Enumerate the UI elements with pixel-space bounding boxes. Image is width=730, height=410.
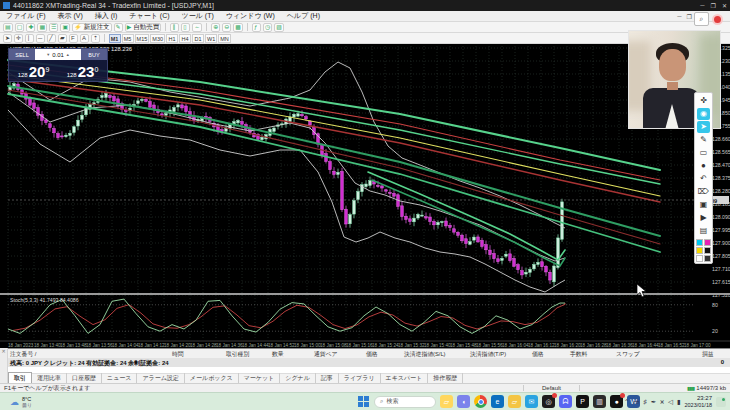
obs-icon[interactable]: ◎ [542,395,555,408]
palette-swatch-2[interactable] [696,247,703,254]
sell-button[interactable]: SELL [9,49,35,60]
tray-battery-icon[interactable]: ▮ [677,397,681,407]
tray-volume-icon[interactable]: ◁ [668,397,673,407]
menu-item-2[interactable]: 挿入 (I) [89,11,124,21]
navigator-button[interactable]: ☰ [49,23,58,32]
terminal-tab-取引[interactable]: 取引 [8,372,32,383]
terminal-tab-ライブラリ[interactable]: ライブラリ [339,373,381,383]
auto-arrange-button[interactable]: ▩ [233,23,243,32]
periods-button[interactable]: ◷ [263,23,272,32]
recorder-icon[interactable]: ● [610,395,623,408]
terminal-tab-操作履歴[interactable]: 操作履歴 [428,373,463,383]
timeframe-m1-button[interactable]: M1 [109,34,121,43]
timeframe-m5-button[interactable]: M5 [122,34,134,43]
child-minimize-button[interactable]: ─ [677,13,681,20]
terminal-tab-運用比率[interactable]: 運用比率 [32,373,67,383]
line-chart-mode-button[interactable]: ～ [192,23,202,32]
market-watch-button[interactable]: ✚ [26,23,35,32]
screenshot-icon[interactable]: ▣ [697,199,710,211]
maximize-button[interactable]: ❐ [711,2,716,9]
magnifier-icon[interactable]: ⌕ [694,12,709,26]
terminal-toggle-button[interactable]: ▣ [60,23,70,32]
menu-item-5[interactable]: ウィンドウ (W) [220,11,281,21]
timeframe-h4-button[interactable]: H4 [179,34,191,43]
edge-icon[interactable]: e [491,395,504,408]
palette-swatch-3[interactable] [704,247,711,254]
metaeditor-button[interactable]: ✎ [114,23,123,32]
data-window-button[interactable]: ▦ [37,23,47,32]
tray-mic-icon[interactable]: ♯ [644,397,647,407]
weather-widget[interactable]: ☁ 8°C 曇り [10,396,32,408]
menu-item-3[interactable]: チャート (C) [123,11,175,21]
notification-icon[interactable] [716,397,726,407]
close-button[interactable]: ✕ [722,2,727,9]
arrow-tool-button[interactable]: ⇡ [91,34,100,43]
pen-icon[interactable]: ✎ [697,134,710,146]
terminal-tab-エキスパート[interactable]: エキスパート [381,373,429,383]
dot-size-icon[interactable]: ● [697,160,710,172]
fibonacci-tool-button[interactable]: F [69,34,78,43]
templates-button[interactable]: ▨ [274,23,284,32]
palette-swatch-1[interactable] [704,239,711,246]
cursor-tool-button[interactable]: ➤ [3,34,12,43]
lot-increase-icon[interactable]: ▲ [66,52,70,57]
parallels-icon[interactable]: P [576,395,589,408]
record-dot-icon[interactable] [712,14,723,25]
hline-tool-button[interactable]: ─ [36,34,45,43]
tray-network-icon[interactable]: ⩙ [660,397,664,407]
channel-tool-button[interactable]: ▰ [58,34,67,43]
taskbar-clock[interactable]: 23:27 2023/01/18 [684,395,712,408]
file-explorer-icon[interactable]: ▱ [440,395,453,408]
tray-chevron-icon[interactable]: ⌃ [624,397,629,407]
palette-swatch-4[interactable] [696,255,703,262]
timeframe-m15-button[interactable]: M15 [135,34,150,43]
discord-icon[interactable]: ᗣ [559,395,572,408]
search-box[interactable]: ⌕ 検索 [374,396,436,408]
chart-canvas[interactable]: 129.325129.230129.135129.040128.945128.8… [0,44,730,348]
mt4-icon[interactable]: ▥ [593,395,606,408]
profiles-button[interactable]: ▢ [15,23,25,32]
trendline-tool-button[interactable]: ╱ [47,34,56,43]
record-icon[interactable]: ▶ [697,212,710,224]
terminal-tab-ニュース[interactable]: ニュース [102,373,137,383]
autotrading-button[interactable]: ▶自動売買 [125,23,162,32]
palette-swatch-0[interactable] [696,239,703,246]
bar-chart-mode-button[interactable]: ∥ [170,23,179,32]
timeframe-h1-button[interactable]: H1 [166,34,178,43]
child-restore-button[interactable]: ❐ [687,13,692,20]
lot-decrease-icon[interactable]: ▼ [46,52,50,57]
timeframe-d1-button[interactable]: D1 [192,34,204,43]
minimize-button[interactable]: ─ [700,2,704,9]
lot-size-input[interactable]: ▼ 0.01 ▲ [35,49,81,60]
new-chart-button[interactable]: ▤ [3,23,13,32]
cursor-select-icon[interactable]: ➤ [697,121,710,133]
undo-icon[interactable]: ↶ [697,173,710,185]
status-profile[interactable]: Default [523,385,580,391]
indicators-button[interactable]: ƒ [252,23,261,32]
eye-icon[interactable]: ◉ [697,108,710,120]
text-tool-button[interactable]: A [80,34,89,43]
chat-icon[interactable]: ◖ [457,395,470,408]
crosshair-tool-button[interactable]: ✛ [14,34,23,43]
menu-item-1[interactable]: 表示 (V) [52,11,89,21]
zoom-out-button[interactable]: ⊖ [222,23,231,32]
terminal-close-icon[interactable]: ✕ [0,348,7,354]
terminal-tab-アラーム設定[interactable]: アラーム設定 [137,373,184,383]
timeframe-mn-button[interactable]: MN [218,34,231,43]
terminal-tab-口座履歴[interactable]: 口座履歴 [67,373,102,383]
palette-swatch-5[interactable] [704,255,711,262]
terminal-tab-シグナル[interactable]: シグナル [280,373,316,383]
tray-pen-icon[interactable]: ✒ [651,397,656,407]
trash-icon[interactable]: ⌦ [697,186,710,198]
menu-item-4[interactable]: ツール (T) [176,11,220,21]
buy-button[interactable]: BUY [81,49,107,60]
mail-icon[interactable]: ✉ [525,395,538,408]
folder-icon[interactable]: ▱ [508,395,521,408]
terminal-tab-マーケット[interactable]: マーケット [239,373,281,383]
chrome-icon[interactable] [474,395,487,408]
terminal-tab-記事[interactable]: 記事 [316,373,339,383]
pin-icon[interactable]: ✜ [697,95,710,107]
vline-tool-button[interactable]: ∣ [25,34,34,43]
tray-display-icon[interactable]: ▭ [633,397,639,407]
new-order-button[interactable]: ⚡新規注文 [72,23,112,32]
